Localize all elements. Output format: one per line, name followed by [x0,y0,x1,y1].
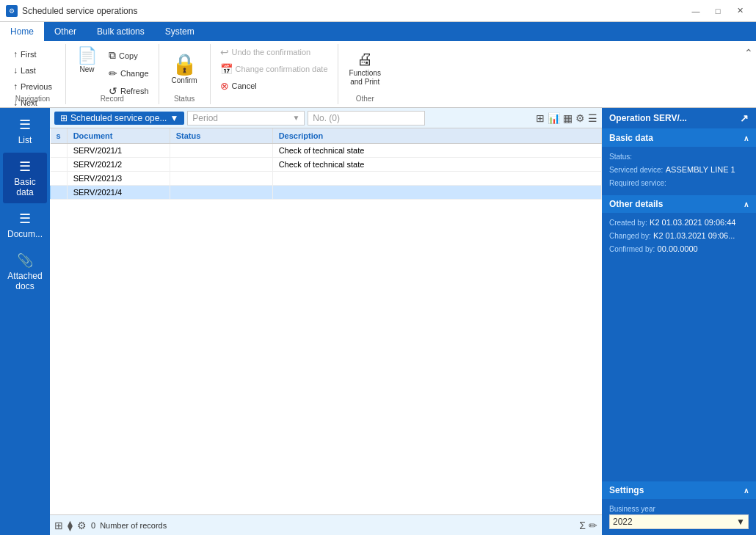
window-title: Scheduled service operations [22,6,137,16]
other-details-content: Created by: K2 01.03.2021 09:06:44 Chang… [602,213,756,261]
other-details-header[interactable]: Other details ∧ [602,195,756,213]
period-filter[interactable]: Period ▼ [187,111,305,125]
first-button[interactable]: ↑ First [8,47,57,62]
window-controls: — □ ✕ [686,4,750,18]
maximize-button[interactable]: □ [708,4,728,18]
serviced-device-field: Serviced device: ASSEMBLY LINE 1 [609,164,749,175]
settings-header[interactable]: Settings ∧ [602,481,756,499]
cell-desc: Check of technical state [272,158,601,172]
status-group-label: Status [159,95,210,103]
left-sidebar: ☰ List ☰ Basic data ☰ Docum... 📎 Attache… [0,108,50,535]
layout-icon[interactable]: ⊞ [54,520,63,531]
no-filter[interactable]: No. (0) [308,111,425,125]
sidebar-item-basic[interactable]: ☰ Basic data [3,153,47,203]
cell-s [51,158,68,172]
change-date-label: Change confirmation date [236,65,328,73]
cell-doc: SERV/2021/3 [67,172,170,186]
menu-toolbar-icon[interactable]: ☰ [588,112,597,124]
serviced-device-value: ASSEMBLY LINE 1 [666,165,735,174]
new-icon: 📄 [77,48,97,64]
ribbon-collapse-icon[interactable]: ⌃ [744,47,753,59]
changed-by-field: Changed by: K2 01.03.2021 09:06... [609,230,749,241]
records-table: s Document Status Description SERV/2021/… [50,128,602,200]
docum-icon: ☰ [19,211,31,227]
sigma-icon[interactable]: Σ [579,520,586,531]
table-title[interactable]: ⊞ Scheduled service ope... ▼ [54,112,184,125]
gear-bottom-icon[interactable]: ⚙ [77,520,87,531]
functions-button[interactable]: 🖨 Functions and Print [344,48,386,90]
print-toolbar-icon[interactable]: ⊞ [536,112,545,124]
undo-button[interactable]: ↩ Undo the confirmation [217,44,315,60]
tab-system[interactable]: System [155,22,205,41]
created-by-field: Created by: K2 01.03.2021 09:06:44 [609,217,749,228]
business-year-value: 2022 [613,517,633,527]
confirmed-by-field: Confirmed by: 00.00.0000 [609,244,749,254]
ribbon-content: ↑ First ↓ Last ↑ Previous ↓ Next [0,41,756,107]
record-group: 📄 New ⧉ Copy ✏ Change ↺ Refresh [66,44,159,104]
col-header-document: Document [67,128,170,144]
change-label: Change [120,69,149,78]
table-row[interactable]: SERV/2021/2 Check of technical state [51,158,602,172]
copy-button[interactable]: ⧉ Copy [105,47,153,64]
nav-group-label: Navigation [0,95,65,103]
ribbon: Home Other Bulk actions System ↑ First ↓… [0,22,756,108]
new-button[interactable]: 📄 New [72,44,102,78]
business-year-select[interactable]: 2022 ▼ [609,514,749,529]
minimize-button[interactable]: — [686,4,706,18]
close-button[interactable]: ✕ [730,4,750,18]
basic-data-header[interactable]: Basic data ∧ [602,129,756,147]
table-row-active[interactable]: SERV/2021/4 [51,186,602,200]
cell-status [170,144,272,158]
cancel-button[interactable]: ⊗ Cancel [217,78,261,94]
external-link-icon[interactable]: ↗ [740,112,749,124]
undo-label: Undo the confirmation [232,48,311,57]
app-icon: ⚙ [6,5,18,17]
new-label: New [79,65,94,74]
period-dropdown-icon: ▼ [292,114,299,122]
bottom-bar: ⊞ ⧫ ⚙ 0 Number of records Σ ✏ [50,514,602,535]
navigation-group: ↑ First ↓ Last ↑ Previous ↓ Next [0,44,66,104]
previous-label: Previous [21,82,52,91]
tab-home[interactable]: Home [0,22,44,41]
functions-label: Functions and Print [349,69,381,87]
change-date-button[interactable]: 📅 Change confirmation date [217,61,332,77]
table-row[interactable]: SERV/2021/1 Check of technical state [51,144,602,158]
last-icon: ↓ [13,65,18,76]
cell-status [170,158,272,172]
functions-group: 🖨 Functions and Print Other [338,44,392,104]
cell-desc: Check of technical state [272,144,601,158]
settings-toolbar-icon[interactable]: ⚙ [575,112,585,124]
serviced-device-label: Serviced device: [609,166,663,174]
cell-desc [272,172,601,186]
settings-chevron: ∧ [744,487,749,495]
required-service-label: Required service: [609,179,666,187]
chart-icon[interactable]: 📊 [548,112,560,124]
tab-other[interactable]: Other [44,22,87,41]
pencil-bottom-icon[interactable]: ✏ [589,520,597,531]
settings-section: Settings ∧ Business year 2022 ▼ [602,481,756,535]
sidebar-item-attached[interactable]: 📎 Attached docs [3,247,47,297]
change-button[interactable]: ✏ Change [105,65,153,81]
last-button[interactable]: ↓ Last [8,63,57,78]
created-by-label: Created by: [609,219,647,227]
cell-doc: SERV/2021/2 [67,158,170,172]
required-service-field: Required service: [609,178,749,188]
right-panel-header: Operation SERV/... ↗ [602,108,756,129]
business-year-dropdown-icon: ▼ [736,517,745,527]
undo-icon: ↩ [220,46,229,58]
cell-status [170,172,272,186]
previous-button[interactable]: ↑ Previous [8,79,57,94]
table-row[interactable]: SERV/2021/3 [51,172,602,186]
cell-s [51,172,68,186]
tab-bulk[interactable]: Bulk actions [87,22,155,41]
first-label: First [21,50,36,59]
sidebar-item-docum[interactable]: ☰ Docum... [3,205,47,245]
barcode-icon[interactable]: ▦ [563,112,573,124]
confirm-button[interactable]: 🔒 Confirm [165,51,204,88]
right-panel: Operation SERV/... ↗ Basic data ∧ Status… [602,108,756,535]
sidebar-basic-label: Basic data [14,177,35,197]
right-panel-spacer [602,261,756,481]
records-label: Number of records [100,521,167,530]
filter-icon[interactable]: ⧫ [68,520,73,531]
changed-by-value: K2 01.03.2021 09:06... [653,231,735,240]
